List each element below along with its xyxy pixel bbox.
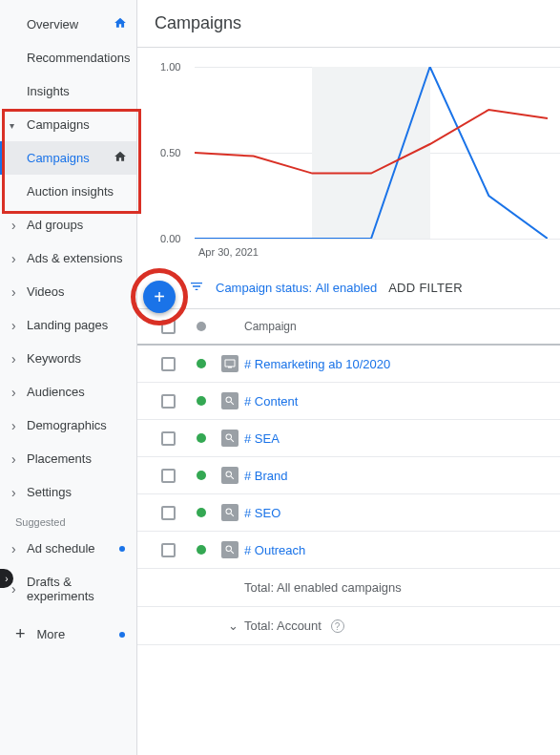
sidebar-label: Ad schedule [27, 541, 95, 556]
sidebar-item-placements[interactable]: Placements [0, 442, 136, 475]
chevron-down-icon[interactable]: ⌄ [221, 619, 244, 633]
sidebar-item-demographics[interactable]: Demographics [0, 409, 136, 442]
sidebar-label: Keywords [27, 351, 81, 366]
table-total-account: ⌄ Total: Account ? [137, 607, 560, 645]
x-axis-label: Apr 30, 2021 [198, 246, 259, 258]
filter-bar: Campaign status: All enabled ADD FILTER [137, 267, 560, 308]
add-filter-button[interactable]: ADD FILTER [388, 281, 463, 295]
campaign-link[interactable]: # Content [244, 394, 298, 409]
y-axis-label: 1.00 [160, 61, 180, 73]
home-icon [114, 150, 127, 166]
sidebar-label: Demographics [27, 418, 107, 432]
sidebar-suggested-header: Suggested [0, 509, 136, 532]
y-axis-label: 0.50 [160, 147, 180, 158]
sidebar-item-keywords[interactable]: Keywords [0, 342, 136, 375]
sidebar-label: Ad groups [27, 218, 83, 232]
y-axis-label: 0.00 [160, 233, 180, 244]
status-dot-icon[interactable] [197, 471, 206, 480]
sidebar-label: Videos [27, 284, 65, 299]
sidebar-item-campaigns-sub[interactable]: Campaigns [0, 141, 136, 175]
sidebar-item-ads-extensions[interactable]: Ads & extensions [0, 241, 136, 275]
filter-status[interactable]: Campaign status: All enabled [216, 281, 377, 295]
table-total-enabled: Total: All enabled campaigns [137, 569, 560, 607]
campaign-type-icon [221, 392, 239, 409]
sidebar-label: More [37, 627, 66, 641]
plus-icon: + [154, 286, 165, 308]
campaign-type-icon [221, 541, 239, 558]
campaign-type-icon [221, 430, 239, 447]
main-content: Campaigns 0.000.501.00Apr 30, 2021 Campa… [137, 0, 560, 755]
table-header-campaign[interactable]: Campaign [244, 320, 549, 333]
table-header-row: Campaign [137, 309, 560, 346]
sidebar-label: Campaigns [27, 151, 90, 165]
sidebar-item-drafts-experiments[interactable]: Drafts & experiments [0, 565, 136, 613]
status-dot-icon[interactable] [197, 433, 206, 443]
campaign-type-icon [221, 504, 239, 521]
performance-chart[interactable]: 0.000.501.00Apr 30, 2021 [137, 48, 560, 267]
sidebar-label: Overview [27, 17, 78, 31]
campaign-link[interactable]: # Outreach [244, 543, 305, 557]
sidebar-item-campaigns[interactable]: Campaigns [0, 108, 136, 141]
campaign-link[interactable]: # Brand [244, 469, 288, 483]
campaign-type-icon [221, 467, 239, 484]
table-row: # SEA [137, 420, 560, 457]
sidebar-label: Audiences [27, 385, 85, 399]
sidebar-item-landing-pages[interactable]: Landing pages [0, 308, 136, 342]
status-dot-icon[interactable] [197, 545, 206, 555]
sidebar-item-videos[interactable]: Videos [0, 275, 136, 308]
campaign-link[interactable]: # SEA [244, 431, 280, 446]
status-dot-icon[interactable] [197, 508, 206, 517]
row-checkbox[interactable] [161, 469, 176, 483]
sidebar-item-overview[interactable]: Overview [0, 8, 136, 41]
sidebar-label: Campaigns [27, 117, 90, 132]
sidebar-label: Recommendations [27, 51, 130, 65]
status-dot-icon[interactable] [197, 359, 206, 368]
sidebar-label: Settings [27, 485, 72, 499]
campaign-type-icon [221, 355, 239, 372]
sidebar-item-insights[interactable]: Insights [0, 74, 136, 108]
row-checkbox[interactable] [161, 357, 176, 371]
filter-icon[interactable] [189, 279, 204, 297]
sidebar-item-audiences[interactable]: Audiences [0, 375, 136, 409]
sidebar-item-ad-groups[interactable]: Ad groups [0, 208, 136, 241]
info-icon[interactable]: ? [331, 619, 344, 633]
home-icon [114, 16, 127, 32]
campaign-link[interactable]: # SEO [244, 506, 280, 520]
sidebar-label: Insights [27, 84, 70, 98]
campaigns-table: Campaign # Remarketing ab 10/2020# Conte… [137, 308, 560, 645]
campaign-link[interactable]: # Remarketing ab 10/2020 [244, 357, 390, 371]
sidebar-item-auction-insights[interactable]: Auction insights [0, 175, 136, 208]
sidebar-label: Placements [27, 451, 92, 466]
sidebar: Overview Recommendations Insights Campai… [0, 0, 137, 755]
sidebar-label: Auction insights [27, 184, 114, 199]
row-checkbox[interactable] [161, 394, 176, 409]
row-checkbox[interactable] [161, 506, 176, 520]
table-row: # Brand [137, 457, 560, 494]
status-header-icon[interactable] [197, 322, 206, 331]
select-all-checkbox[interactable] [161, 320, 176, 334]
notification-dot-icon [119, 632, 125, 638]
sidebar-label: Drafts & experiments [27, 575, 127, 603]
sidebar-label: Landing pages [27, 318, 108, 332]
page-title: Campaigns [137, 0, 560, 48]
table-row: # SEO [137, 494, 560, 532]
table-row: # Outreach [137, 532, 560, 569]
notification-dot-icon [119, 546, 125, 552]
sidebar-item-ad-schedule[interactable]: Ad schedule [0, 532, 136, 565]
plus-icon: + [15, 624, 26, 644]
table-row: # Remarketing ab 10/2020 [137, 346, 560, 383]
sidebar-item-recommendations[interactable]: Recommendations [0, 41, 136, 74]
row-checkbox[interactable] [161, 543, 176, 557]
sidebar-item-settings[interactable]: Settings [0, 475, 136, 509]
add-campaign-fab[interactable]: + [143, 281, 176, 313]
sidebar-more[interactable]: + More [0, 613, 136, 656]
status-dot-icon[interactable] [197, 396, 206, 406]
table-row: # Content [137, 383, 560, 420]
row-checkbox[interactable] [161, 431, 176, 446]
sidebar-label: Ads & extensions [27, 251, 122, 265]
